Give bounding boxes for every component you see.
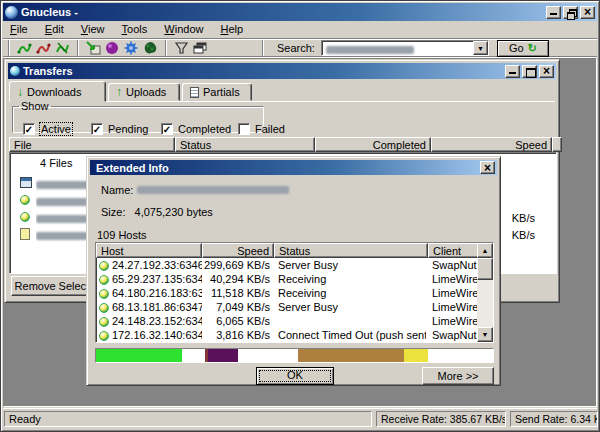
progress-segment bbox=[428, 349, 493, 362]
host-speed: 7,049 KB/s bbox=[202, 300, 270, 314]
host-row[interactable]: 24.148.23.152:6346 6,065 KB/s LimeWire bbox=[96, 314, 493, 328]
column-speed[interactable]: Speed bbox=[431, 137, 552, 152]
host-client: LimeWire bbox=[432, 300, 479, 314]
scroll-up-icon[interactable]: ▲ bbox=[477, 243, 493, 258]
go-button[interactable]: Go ↻ bbox=[497, 40, 549, 57]
filter-icon[interactable] bbox=[173, 40, 190, 56]
menu-file[interactable]: File bbox=[3, 21, 35, 38]
host-address: 64.180.216.183:6346 bbox=[112, 286, 202, 300]
hosts-column-status[interactable]: Status bbox=[274, 243, 428, 258]
minimize-button-icon[interactable] bbox=[505, 65, 520, 78]
scroll-down-icon[interactable]: ▼ bbox=[477, 327, 493, 342]
host-address: 68.13.181.86:6347 bbox=[112, 300, 202, 314]
extended-info-dialog: Extended Info Name: Size: 4,075,230 byte… bbox=[86, 156, 501, 386]
checkbox-pending-box[interactable]: ✓ bbox=[91, 123, 103, 135]
status-ready: Ready bbox=[4, 411, 372, 427]
reconnect-icon[interactable] bbox=[54, 40, 71, 56]
host-row[interactable]: 65.29.237.135:6347 40,294 KB/s Receiving… bbox=[96, 272, 493, 286]
name-label: Name: bbox=[101, 184, 133, 196]
toolbar-separator bbox=[165, 40, 167, 56]
name-value-redacted bbox=[137, 186, 289, 194]
hosts-column-speed[interactable]: Speed bbox=[202, 243, 274, 258]
hosts-list[interactable]: Host Speed Status Client 24.27.192.33:63… bbox=[95, 242, 494, 343]
checkbox-pending[interactable]: ✓ Pending bbox=[91, 123, 148, 135]
file-list-header: File Status Completed Speed bbox=[9, 137, 557, 152]
host-client: LimeWire bbox=[432, 272, 479, 286]
transfers-icon[interactable] bbox=[104, 40, 121, 56]
host-speed: 3,816 KB/s bbox=[202, 328, 270, 342]
tab-uploads[interactable]: ↑ Uploads bbox=[108, 83, 180, 101]
host-speed: 11,518 KB/s bbox=[202, 286, 270, 300]
go-refresh-icon: ↻ bbox=[528, 42, 537, 55]
host-client: SwapNut bbox=[432, 258, 479, 272]
transfers-title: Transfers bbox=[20, 65, 503, 77]
host-client: LimeWire bbox=[432, 314, 479, 328]
restore-button-icon[interactable] bbox=[563, 6, 578, 19]
ok-button[interactable]: OK bbox=[256, 367, 334, 385]
host-status: Server Busy bbox=[278, 258, 426, 272]
checkbox-completed[interactable]: ✓ Completed bbox=[161, 123, 231, 135]
menu-window[interactable]: Window bbox=[157, 21, 210, 38]
host-client: SwapNut bbox=[432, 328, 479, 342]
network-icon[interactable] bbox=[123, 40, 140, 56]
disconnect-icon[interactable] bbox=[35, 40, 52, 56]
checkbox-active-box[interactable]: ✓ bbox=[23, 123, 35, 135]
window-title: Gnucleus - bbox=[18, 6, 544, 18]
menu-help[interactable]: Help bbox=[214, 21, 251, 38]
column-status[interactable]: Status bbox=[175, 137, 315, 152]
checkbox-pending-label: Pending bbox=[108, 123, 148, 135]
progress-segment bbox=[96, 349, 182, 362]
hosts-header: Host Speed Status Client bbox=[96, 243, 493, 258]
column-stub bbox=[552, 137, 562, 152]
column-file[interactable]: File bbox=[9, 137, 175, 152]
library-icon[interactable] bbox=[142, 40, 159, 56]
hosts-column-client[interactable]: Client bbox=[428, 243, 479, 258]
dialog-title-bar[interactable]: Extended Info bbox=[90, 160, 497, 175]
minimize-button-icon[interactable] bbox=[546, 6, 561, 19]
go-button-label: Go bbox=[509, 42, 524, 54]
connect-icon[interactable] bbox=[16, 40, 33, 56]
checkbox-failed-box[interactable] bbox=[238, 123, 250, 135]
host-row-partial[interactable] bbox=[96, 342, 493, 343]
close-button-icon[interactable] bbox=[539, 65, 554, 78]
status-bar: Ready Receive Rate: 385.67 KB/s Send Rat… bbox=[3, 408, 597, 429]
tab-partials[interactable]: Partials bbox=[182, 83, 252, 101]
cascade-windows-icon[interactable] bbox=[192, 40, 209, 56]
search-input[interactable]: ▼ bbox=[321, 40, 489, 56]
progress-segment bbox=[208, 349, 238, 362]
toolbar-separator bbox=[262, 40, 264, 56]
close-icon[interactable] bbox=[480, 161, 495, 174]
host-status: Connect Timed Out (push sent) bbox=[278, 328, 426, 342]
globe-file-icon bbox=[20, 212, 30, 222]
checkbox-completed-box[interactable]: ✓ bbox=[161, 123, 173, 135]
tab-downloads[interactable]: ↓ Downloads bbox=[9, 81, 106, 102]
column-completed[interactable]: Completed bbox=[315, 137, 431, 152]
maximize-button-icon[interactable] bbox=[522, 65, 537, 78]
checkbox-failed[interactable]: Failed bbox=[238, 123, 285, 135]
search-dropdown-icon[interactable]: ▼ bbox=[473, 41, 488, 55]
host-globe-icon bbox=[99, 261, 109, 271]
close-button-icon[interactable] bbox=[580, 6, 595, 19]
scrollbar-thumb[interactable] bbox=[477, 258, 493, 280]
progress-segment bbox=[298, 349, 404, 362]
main-title-bar[interactable]: Gnucleus - bbox=[3, 3, 597, 21]
search-window-icon[interactable] bbox=[85, 40, 102, 56]
host-row[interactable]: 68.13.181.86:6347 7,049 KB/s Server Busy… bbox=[96, 300, 493, 314]
more-button[interactable]: More >> bbox=[422, 367, 494, 385]
tab-uploads-label: Uploads bbox=[126, 86, 166, 98]
globe-file-icon bbox=[20, 195, 30, 205]
menu-view[interactable]: View bbox=[74, 21, 112, 38]
menu-tools[interactable]: Tools bbox=[115, 21, 155, 38]
hosts-scrollbar[interactable]: ▲ ▼ bbox=[477, 243, 493, 342]
host-row[interactable]: 172.16.32.140:6346 3,816 KB/s Connect Ti… bbox=[96, 328, 493, 342]
tab-partials-label: Partials bbox=[203, 86, 240, 98]
download-arrow-icon: ↓ bbox=[17, 87, 23, 97]
size-label: Size: bbox=[101, 206, 125, 218]
menu-edit[interactable]: Edit bbox=[38, 21, 71, 38]
checkbox-active[interactable]: ✓ Active bbox=[23, 123, 72, 135]
hosts-column-host[interactable]: Host bbox=[96, 243, 202, 258]
transfers-title-bar[interactable]: Transfers bbox=[8, 63, 556, 79]
host-row[interactable]: 24.27.192.33:6346 299,669 KB/s Server Bu… bbox=[96, 258, 493, 272]
host-row[interactable]: 64.180.216.183:6346 11,518 KB/s Receivin… bbox=[96, 286, 493, 300]
host-status bbox=[278, 314, 426, 328]
